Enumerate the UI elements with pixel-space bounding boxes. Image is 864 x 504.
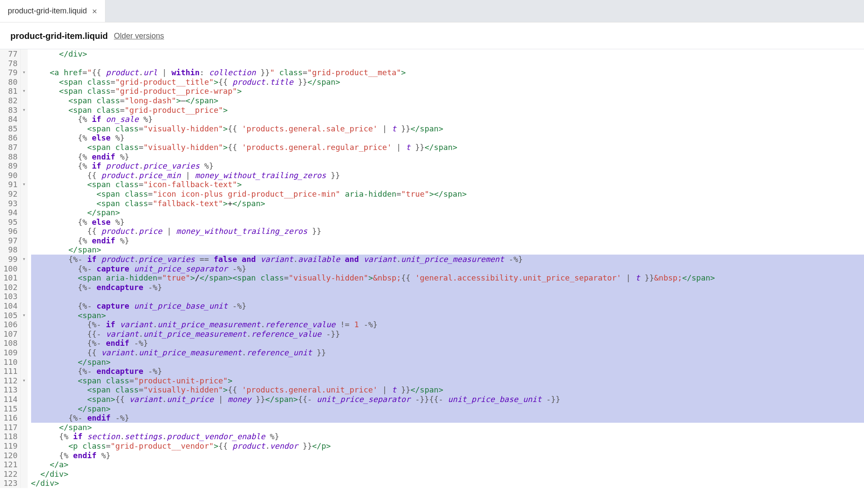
code-line[interactable]	[31, 292, 864, 301]
code-line[interactable]: {% endif %}	[31, 152, 864, 162]
code-area[interactable]: </div> <a href="{{ product.url | within:…	[28, 49, 864, 488]
older-versions-link[interactable]: Older versions	[114, 32, 164, 41]
fold-marker[interactable]: ▾	[21, 180, 28, 189]
fold-marker	[21, 432, 28, 441]
code-line[interactable]: {{ variant.unit_price_measurement.refere…	[31, 348, 864, 357]
fold-marker	[21, 49, 28, 59]
code-line[interactable]: <span class="grid-product__title">{{ pro…	[31, 77, 864, 87]
code-line[interactable]: </span>	[31, 404, 864, 414]
code-line[interactable]: <span class="product-unit-price">	[31, 376, 864, 386]
line-number: 82	[3, 96, 18, 105]
code-line[interactable]: <a href="{{ product.url | within: collec…	[31, 68, 864, 77]
line-number: 114	[3, 395, 18, 404]
fold-marker[interactable]: ▾	[21, 255, 28, 264]
fold-marker	[21, 395, 28, 404]
fold-marker	[21, 199, 28, 208]
code-line[interactable]: {%- capture unit_price_base_unit -%}	[31, 301, 864, 311]
fold-marker	[21, 124, 28, 134]
code-line[interactable]: {%- if variant.unit_price_measurement.re…	[31, 320, 864, 329]
line-number: 105	[3, 311, 18, 320]
line-number: 121	[3, 460, 18, 469]
code-line[interactable]: <span class="icon icon-plus grid-product…	[31, 189, 864, 199]
line-number: 79	[3, 68, 18, 77]
fold-marker	[21, 413, 28, 423]
line-number: 83	[3, 105, 18, 115]
fold-marker	[21, 385, 28, 395]
code-line[interactable]: {{- variant.unit_price_measurement.refer…	[31, 329, 864, 339]
fold-marker	[21, 348, 28, 357]
code-line[interactable]: <span class="grid-product__price">	[31, 105, 864, 115]
code-line[interactable]: <span>{{ variant.unit_price | money }}</…	[31, 395, 864, 404]
line-number: 100	[3, 264, 18, 274]
code-line[interactable]: {% endif %}	[31, 236, 864, 246]
code-line[interactable]: {% else %}	[31, 217, 864, 227]
code-line[interactable]	[31, 59, 864, 68]
code-line[interactable]: </span>	[31, 208, 864, 217]
line-number: 107	[3, 329, 18, 339]
fold-marker	[21, 143, 28, 152]
code-line[interactable]: {%- endcapture -%}	[31, 367, 864, 376]
line-number: 102	[3, 283, 18, 292]
line-number: 84	[3, 115, 18, 124]
fold-marker	[21, 329, 28, 339]
line-number: 87	[3, 143, 18, 152]
fold-marker	[21, 96, 28, 105]
fold-marker[interactable]: ▾	[21, 86, 28, 96]
code-line[interactable]: <span class="visually-hidden">{{ 'produc…	[31, 385, 864, 395]
line-number: 118	[3, 432, 18, 441]
line-number: 108	[3, 338, 18, 348]
line-number: 81	[3, 86, 18, 96]
code-line[interactable]: {{ product.price | money_without_trailin…	[31, 226, 864, 236]
code-line[interactable]: <span class="visually-hidden">{{ 'produc…	[31, 124, 864, 134]
code-line[interactable]: </span>	[31, 423, 864, 432]
code-line[interactable]: <span>	[31, 311, 864, 320]
fold-marker	[21, 367, 28, 376]
line-number: 119	[3, 441, 18, 451]
code-line[interactable]: {% else %}	[31, 133, 864, 143]
fold-marker[interactable]: ▾	[21, 68, 28, 77]
fold-marker	[21, 273, 28, 283]
fold-marker[interactable]: ▾	[21, 105, 28, 115]
code-line[interactable]: </div>	[31, 469, 864, 479]
fold-marker	[21, 245, 28, 255]
code-line[interactable]: {%- endif -%}	[31, 413, 864, 423]
code-line[interactable]: {% endif %}	[31, 451, 864, 460]
fold-marker	[21, 404, 28, 414]
fold-marker	[21, 301, 28, 311]
code-line[interactable]: </span>	[31, 357, 864, 367]
line-number: 96	[3, 226, 18, 236]
code-line[interactable]: </a>	[31, 460, 864, 469]
file-title-bar: product-grid-item.liquid Older versions	[0, 22, 864, 49]
code-line[interactable]: {% if section.settings.product_vendor_en…	[31, 432, 864, 441]
fold-marker	[21, 59, 28, 68]
fold-column[interactable]: ▾▾▾▾▾▾▾	[21, 49, 28, 488]
line-number: 103	[3, 292, 18, 301]
code-line[interactable]: <span aria-hidden="true">/</span><span c…	[31, 273, 864, 283]
code-line[interactable]: <p class="grid-product__vendor">{{ produ…	[31, 441, 864, 451]
code-line[interactable]: <span class="visually-hidden">{{ 'produc…	[31, 143, 864, 152]
code-line[interactable]: {% if product.price_varies %}	[31, 161, 864, 171]
fold-marker[interactable]: ▾	[21, 376, 28, 386]
code-line[interactable]: <span class="fallback-text">+</span>	[31, 199, 864, 208]
fold-marker	[21, 208, 28, 217]
code-line[interactable]: {%- capture unit_price_separator -%}	[31, 264, 864, 274]
code-line[interactable]: {%- endcapture -%}	[31, 283, 864, 292]
code-line[interactable]: {% if on_sale %}	[31, 115, 864, 124]
code-editor[interactable]: 77 78 79 80 81 82 83 84 85 86 87 88 89 9…	[0, 49, 864, 488]
code-line[interactable]: </div>	[31, 478, 864, 488]
code-line[interactable]: {{ product.price_min | money_without_tra…	[31, 171, 864, 180]
line-number: 116	[3, 413, 18, 423]
code-line[interactable]: {%- if product.price_varies == false and…	[31, 255, 864, 264]
close-icon[interactable]: ×	[92, 7, 97, 16]
line-number: 85	[3, 124, 18, 134]
code-line[interactable]: <span class="grid-product__price-wrap">	[31, 86, 864, 96]
tab-title: product-grid-item.liquid	[8, 6, 87, 16]
fold-marker[interactable]: ▾	[21, 311, 28, 320]
code-line[interactable]: </div>	[31, 49, 864, 59]
code-line[interactable]: <span class="icon-fallback-text">	[31, 180, 864, 189]
tab-active[interactable]: product-grid-item.liquid ×	[0, 0, 105, 22]
line-number: 122	[3, 469, 18, 479]
code-line[interactable]: <span class="long-dash">—</span>	[31, 96, 864, 105]
code-line[interactable]: </span>	[31, 245, 864, 255]
code-line[interactable]: {%- endif -%}	[31, 338, 864, 348]
